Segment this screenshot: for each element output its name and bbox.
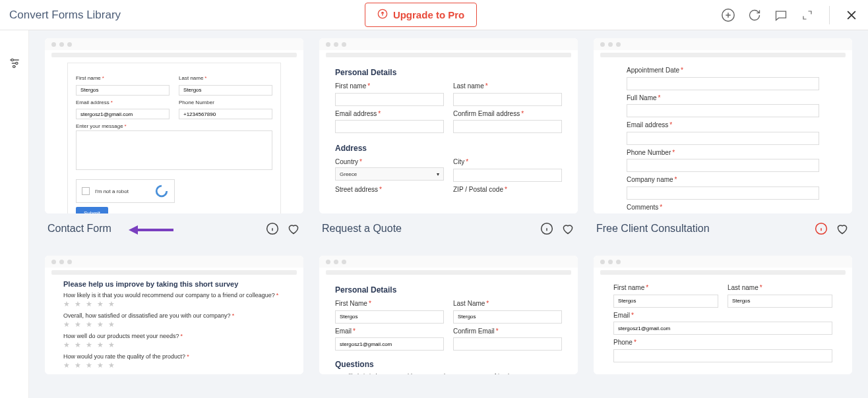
svg-point-4 — [13, 65, 15, 67]
card-title: Free Client Consultation — [596, 223, 807, 235]
template-card-nps-survey[interactable]: PRO Personal Details First Name* Last Na… — [319, 256, 578, 374]
heart-icon[interactable] — [561, 221, 575, 236]
card-preview: Personal Details First Name* Last Name* … — [319, 256, 578, 374]
star-rating: ★ ★ ★ ★ ★ — [63, 361, 285, 370]
template-card-request-quote[interactable]: Personal Details First name* Last name* … — [319, 38, 578, 213]
phone-field — [627, 159, 819, 172]
card-preview: Personal Details First name* Last name* … — [319, 38, 578, 213]
card-preview: First name* Last name* Email* Phone* Foo… — [594, 256, 852, 374]
last-name-field — [728, 295, 832, 308]
email-field — [335, 337, 444, 351]
upgrade-arrow-icon — [377, 9, 388, 21]
card-preview: Appointment Date* Full Name* Email addre… — [594, 38, 852, 213]
card-preview: First name* Last name* Email address* Ph… — [45, 38, 303, 213]
svg-point-2 — [11, 59, 13, 61]
star-rating: ★ ★ ★ ★ ★ — [63, 320, 285, 329]
template-card-contact-form[interactable]: First name* Last name* Email address* Ph… — [45, 38, 303, 213]
content-area: First name* Last name* Email address* Ph… — [29, 30, 868, 398]
last-name-field — [179, 85, 272, 96]
country-select: Greece▾ — [335, 167, 444, 181]
last-name-field — [453, 93, 562, 106]
captcha: I'm not a robot — [76, 179, 175, 203]
close-icon[interactable] — [844, 8, 859, 22]
template-card-catering[interactable]: First name* Last name* Email* Phone* Foo… — [594, 256, 852, 374]
add-icon[interactable] — [721, 8, 735, 22]
upgrade-button[interactable]: Upgrade to Pro — [365, 3, 477, 27]
svg-point-3 — [15, 62, 17, 64]
submit-button: Submit — [76, 207, 108, 213]
first-name-field — [613, 295, 718, 308]
card-title: Request a Quote — [322, 223, 533, 235]
city-field — [453, 169, 562, 182]
first-name-field — [335, 93, 444, 106]
template-card-survey[interactable]: PRO Please help us improve by taking thi… — [45, 256, 303, 374]
divider — [829, 6, 830, 24]
first-name-field — [76, 85, 170, 96]
expand-icon[interactable] — [800, 8, 815, 22]
info-icon[interactable] — [540, 221, 554, 236]
info-icon[interactable] — [265, 221, 280, 236]
card-preview: Please help us improve by taking this sh… — [45, 256, 303, 374]
filter-icon[interactable] — [8, 57, 21, 70]
appt-date-field — [627, 77, 819, 90]
star-rating: ★ ★ ★ ★ ★ — [63, 341, 285, 349]
message-field — [76, 130, 272, 170]
heart-icon[interactable] — [835, 221, 850, 236]
refresh-icon[interactable] — [747, 8, 762, 22]
confirm-email-field — [453, 337, 562, 351]
chat-icon[interactable] — [774, 8, 788, 22]
last-name-field — [453, 310, 562, 324]
heart-icon[interactable] — [286, 221, 301, 236]
full-name-field — [627, 104, 819, 117]
template-card-free-consultation[interactable]: PRO Appointment Date* Full Name* Email a… — [594, 38, 852, 213]
email-field — [613, 322, 832, 335]
page-title: Convert Forms Library — [9, 9, 121, 22]
topbar: Convert Forms Library Upgrade to Pro — [0, 0, 868, 30]
email-field — [76, 109, 170, 119]
confirm-email-field — [453, 120, 562, 133]
sidebar — [0, 30, 29, 398]
email-field — [335, 120, 444, 133]
upgrade-label: Upgrade to Pro — [393, 9, 464, 20]
company-field — [627, 186, 819, 200]
phone-field — [179, 109, 272, 119]
email-field — [627, 132, 819, 145]
card-title: Contact Form — [47, 223, 259, 235]
info-icon[interactable] — [814, 221, 828, 236]
first-name-field — [335, 310, 444, 324]
star-rating: ★ ★ ★ ★ ★ — [63, 300, 285, 308]
phone-field — [613, 349, 832, 362]
